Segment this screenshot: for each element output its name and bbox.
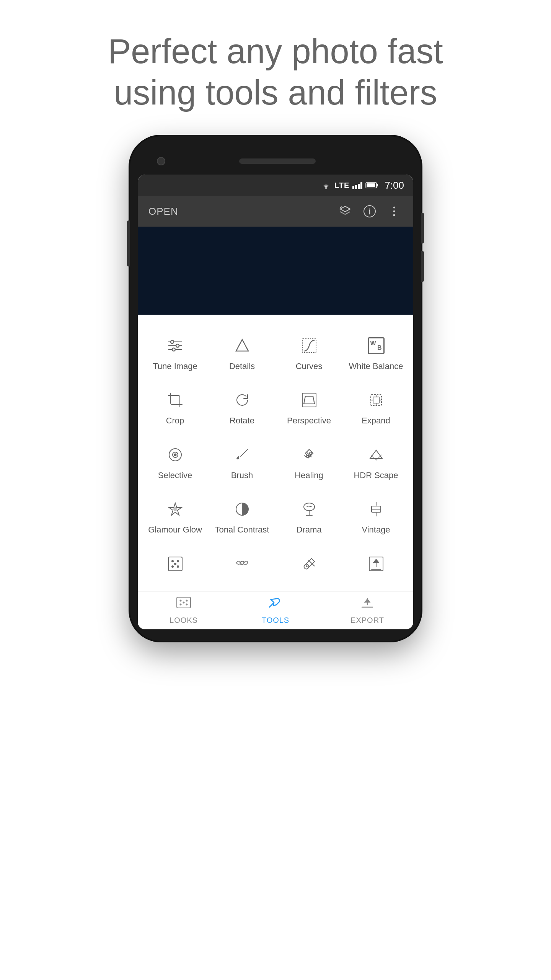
svg-point-58 (183, 601, 185, 603)
tools-nav-label: TOOLS (262, 616, 289, 625)
svg-point-56 (180, 603, 182, 605)
more-options-icon[interactable] (386, 203, 403, 220)
svg-point-9 (393, 214, 395, 216)
export-icon (366, 554, 386, 574)
svg-point-55 (186, 599, 188, 601)
tool-item-crop[interactable]: Crop (142, 381, 209, 435)
power-button (127, 220, 130, 266)
volume-down-button (421, 251, 424, 282)
svg-point-7 (393, 207, 395, 209)
bottom-nav: LOOKS TOOLS (138, 591, 413, 629)
bottom-nav-looks[interactable]: LOOKS (138, 591, 230, 629)
vintage-icon (366, 499, 386, 519)
layers-icon[interactable] (337, 203, 354, 220)
details-label: Details (229, 361, 255, 371)
photo-preview (138, 227, 413, 315)
svg-point-46 (177, 565, 179, 568)
tool-item-guitar-icon[interactable] (276, 544, 342, 583)
expand-label: Expand (362, 416, 390, 426)
tool-item-white-balance[interactable]: White Balance (342, 326, 409, 381)
svg-point-44 (177, 560, 179, 562)
tool-item-glamour-glow[interactable]: Glamour Glow (142, 490, 209, 544)
tonal-contrast-label: Tonal Contrast (215, 525, 269, 535)
phone-top (138, 148, 413, 175)
svg-point-54 (180, 599, 182, 601)
brush-icon (232, 444, 253, 465)
drama-icon (299, 499, 320, 519)
open-button[interactable]: OPEN (148, 206, 178, 217)
tool-item-tools-placeholder[interactable] (209, 544, 276, 583)
svg-point-15 (172, 348, 175, 351)
bottom-nav-export[interactable]: EXPORT (321, 591, 413, 629)
phone-shell: LTE 7:00 OPEN (130, 136, 421, 641)
curves-label: Curves (296, 361, 323, 371)
expand-icon (366, 390, 386, 410)
svg-point-43 (171, 560, 174, 562)
tool-item-expand[interactable]: Expand (342, 381, 409, 435)
hero-line1: Perfect any photo fast (108, 31, 443, 72)
phone-speaker (239, 158, 316, 164)
svg-point-30 (174, 454, 176, 456)
healing-icon (299, 444, 320, 465)
healing-label: Healing (295, 470, 323, 480)
rotate-label: Rotate (230, 416, 254, 426)
tool-item-hdr-scape[interactable]: HDR Scape (342, 435, 409, 490)
tool-item-healing[interactable]: Healing (276, 435, 342, 490)
volume-up-button (421, 213, 424, 243)
svg-point-13 (171, 340, 174, 343)
looks-nav-label: LOOKS (170, 616, 198, 625)
tool-item-tune-image[interactable]: Tune Image (142, 326, 209, 381)
tools-grid: Tune Image Details (142, 326, 409, 583)
tune-image-icon (165, 335, 186, 356)
signal-bars (352, 181, 362, 189)
tool-item-looks[interactable] (142, 544, 209, 583)
svg-marker-16 (236, 340, 248, 351)
rotate-icon (232, 390, 253, 410)
svg-line-31 (307, 452, 311, 457)
tool-item-perspective[interactable]: Perspective (276, 381, 342, 435)
hdr-scape-icon (366, 444, 386, 465)
svg-rect-3 (377, 184, 378, 186)
mustache-icon (232, 554, 253, 574)
tool-item-vintage[interactable]: Vintage (342, 490, 409, 544)
svg-rect-2 (367, 183, 375, 187)
details-icon (232, 335, 253, 356)
svg-point-33 (306, 455, 309, 457)
status-icons: LTE 7:00 (321, 180, 404, 191)
tune-image-label: Tune Image (153, 361, 197, 371)
export-nav-label: EXPORT (350, 616, 384, 625)
tool-item-rotate[interactable]: Rotate (209, 381, 276, 435)
hero-line2: using tools and filters (108, 72, 443, 113)
drama-label: Drama (296, 525, 321, 535)
tool-item-curves[interactable]: Curves (276, 326, 342, 381)
brush-label: Brush (231, 470, 253, 480)
svg-point-0 (326, 188, 327, 189)
tool-item-brush[interactable]: Brush (209, 435, 276, 490)
glamour-glow-icon (165, 499, 186, 519)
white-balance-label: White Balance (349, 361, 403, 371)
svg-point-8 (393, 211, 395, 212)
svg-point-47 (174, 563, 176, 565)
tool-item-drama[interactable]: Drama (276, 490, 342, 544)
vintage-label: Vintage (362, 525, 390, 535)
bottom-nav-tools[interactable]: TOOLS (230, 591, 321, 629)
tool-item-selective[interactable]: Selective (142, 435, 209, 490)
wifi-icon (321, 181, 331, 189)
crop-label: Crop (166, 416, 184, 426)
tools-panel: Tune Image Details (138, 315, 413, 591)
tool-item-details[interactable]: Details (209, 326, 276, 381)
tool-item-tonal-contrast[interactable]: Tonal Contrast (209, 490, 276, 544)
export-nav-icon (360, 596, 375, 612)
tool-item-export-icon[interactable] (342, 544, 409, 583)
svg-point-45 (171, 565, 174, 568)
info-icon[interactable] (361, 203, 378, 220)
hdr-scape-label: HDR Scape (354, 470, 398, 480)
svg-point-14 (176, 344, 179, 347)
selective-icon (165, 444, 186, 465)
perspective-icon (299, 390, 320, 410)
status-bar: LTE 7:00 (138, 175, 413, 196)
front-camera (157, 157, 165, 165)
svg-rect-23 (373, 397, 379, 403)
crop-icon (165, 390, 186, 410)
curves-icon (299, 335, 320, 356)
